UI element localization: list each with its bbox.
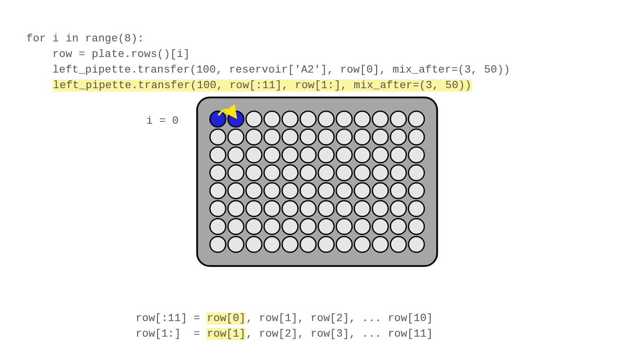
well-empty (264, 165, 280, 180)
footer-line-1: row[:11] = row[0], row[1], row[2], ... r… (136, 312, 433, 324)
well-empty (300, 165, 316, 180)
well-empty (318, 111, 334, 127)
well-empty (300, 201, 316, 216)
well-empty (318, 183, 334, 198)
well-empty (354, 236, 370, 252)
well-empty (336, 201, 352, 216)
code-line-4-indent (26, 79, 53, 92)
well-empty (354, 165, 370, 180)
well-empty (318, 129, 334, 145)
well-empty (228, 219, 243, 234)
well-empty (264, 183, 280, 198)
well-empty (246, 201, 262, 216)
code-line-1: for i in range(8): (26, 33, 144, 45)
well-empty (390, 165, 406, 180)
well-empty (228, 183, 243, 198)
well-empty (318, 219, 334, 234)
well-empty (408, 236, 424, 252)
well-empty (228, 147, 243, 163)
well-empty (336, 147, 352, 163)
well-empty (282, 219, 298, 234)
well-empty (300, 147, 316, 163)
well-empty (336, 111, 352, 127)
well-empty (390, 201, 406, 216)
well-empty (300, 219, 316, 234)
well-empty (264, 129, 280, 145)
well-empty (372, 201, 388, 216)
well-filled (210, 111, 225, 127)
well-empty (228, 165, 243, 180)
well-empty (354, 111, 370, 127)
iteration-label: i = 0 (146, 115, 179, 127)
well-empty (408, 183, 424, 198)
well-empty (354, 201, 370, 216)
well-empty (264, 147, 280, 163)
well-empty (408, 111, 424, 127)
well-empty (390, 147, 406, 163)
code-line-4-highlight: left_pipette.transfer(100, row[:11], row… (53, 79, 472, 92)
well-empty (372, 165, 388, 180)
well-empty (318, 147, 334, 163)
well-empty (318, 201, 334, 216)
well-empty (264, 201, 280, 216)
well-plate-diagram (195, 95, 439, 268)
well-empty (282, 129, 298, 145)
well-empty (408, 219, 424, 234)
well-empty (282, 201, 298, 216)
well-empty (282, 165, 298, 180)
code-line-3: left_pipette.transfer(100, reservoir['A2… (26, 64, 510, 76)
well-empty (408, 147, 424, 163)
well-empty (246, 147, 262, 163)
well-empty (372, 129, 388, 145)
well-empty (210, 219, 225, 234)
well-empty (282, 147, 298, 163)
well-empty (282, 236, 298, 252)
well-empty (300, 236, 316, 252)
well-empty (354, 147, 370, 163)
well-empty (246, 219, 262, 234)
well-empty (210, 165, 225, 180)
well-empty (372, 236, 388, 252)
footer-line-2: row[1:] = row[1], row[2], row[3], ... ro… (136, 328, 433, 340)
well-empty (390, 183, 406, 198)
well-empty (372, 219, 388, 234)
well-empty (390, 129, 406, 145)
well-empty (264, 236, 280, 252)
well-empty (372, 183, 388, 198)
well-empty (408, 129, 424, 145)
well-empty (246, 129, 262, 145)
well-empty (318, 165, 334, 180)
well-empty (390, 236, 406, 252)
well-empty (282, 183, 298, 198)
well-empty (300, 111, 316, 127)
well-empty (246, 183, 262, 198)
well-empty (354, 129, 370, 145)
well-empty (354, 183, 370, 198)
well-empty (408, 165, 424, 180)
well-empty (228, 236, 243, 252)
well-empty (228, 129, 243, 145)
well-empty (228, 201, 243, 216)
well-empty (372, 147, 388, 163)
well-empty (246, 236, 262, 252)
well-empty (246, 165, 262, 180)
code-block: for i in range(8): row = plate.rows()[i]… (26, 16, 510, 93)
well-empty (264, 111, 280, 127)
well-empty (264, 219, 280, 234)
well-empty (336, 129, 352, 145)
code-line-2: row = plate.rows()[i] (26, 48, 190, 60)
well-empty (282, 111, 298, 127)
well-empty (210, 183, 225, 198)
well-empty (210, 236, 225, 252)
well-empty (210, 147, 225, 163)
well-filled (228, 111, 243, 127)
well-empty (300, 129, 316, 145)
well-empty (354, 219, 370, 234)
well-empty (336, 165, 352, 180)
well-empty (318, 236, 334, 252)
well-empty (210, 129, 225, 145)
well-empty (390, 219, 406, 234)
well-empty (336, 183, 352, 198)
well-empty (336, 219, 352, 234)
well-empty (336, 236, 352, 252)
